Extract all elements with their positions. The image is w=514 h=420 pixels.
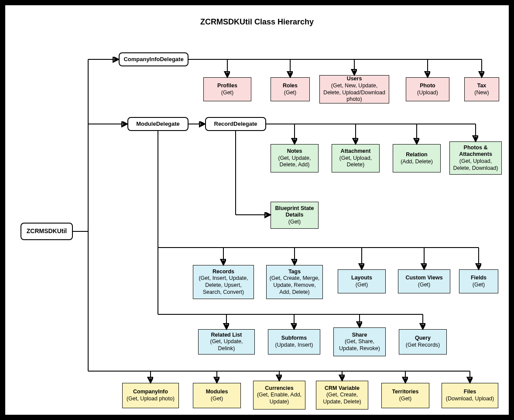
connectors (5, 5, 509, 415)
